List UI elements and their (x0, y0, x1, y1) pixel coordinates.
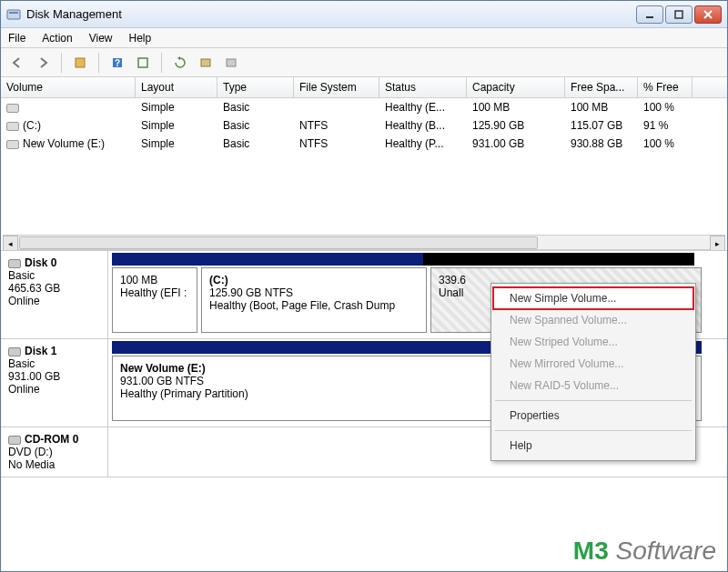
col-pct[interactable]: % Free (638, 77, 693, 97)
svg-rect-6 (76, 58, 85, 67)
volume-row[interactable]: SimpleBasicHealthy (E...100 MB100 MB100 … (1, 98, 727, 116)
separator (98, 53, 99, 73)
toolbar-icon[interactable] (69, 52, 91, 74)
watermark: M3 Software (573, 537, 716, 566)
partition[interactable]: (C:)125.90 GB NTFSHealthy (Boot, Page Fi… (201, 267, 427, 333)
close-button[interactable] (694, 5, 722, 24)
context-menu-item: New RAID-5 Volume... (493, 375, 693, 396)
col-status[interactable]: Status (379, 77, 467, 97)
minimize-button[interactable] (636, 5, 663, 24)
context-menu: New Simple Volume...New Spanned Volume..… (490, 283, 696, 461)
volume-row[interactable]: (C:)SimpleBasicNTFSHealthy (B...125.90 G… (1, 116, 727, 135)
disk-icon (8, 436, 21, 445)
menu-file[interactable]: File (8, 32, 25, 45)
col-volume[interactable]: Volume (1, 77, 136, 97)
watermark-brand: M3 (573, 537, 609, 565)
refresh-icon[interactable] (169, 52, 191, 74)
forward-button[interactable] (32, 52, 54, 74)
volume-row[interactable]: New Volume (E:)SimpleBasicNTFSHealthy (P… (1, 135, 727, 153)
svg-rect-1 (9, 12, 18, 14)
disk-header[interactable]: Disk 0Basic465.63 GBOnline (1, 251, 108, 338)
col-layout[interactable]: Layout (136, 77, 217, 97)
watermark-text: Software (616, 537, 717, 565)
context-menu-item[interactable]: Properties (493, 405, 693, 426)
app-icon (6, 7, 21, 22)
maximize-button[interactable] (665, 5, 693, 24)
context-menu-item[interactable]: New Simple Volume... (493, 287, 693, 309)
col-fs[interactable]: File System (294, 77, 379, 97)
disk-header[interactable]: CD-ROM 0DVD (D:)No Media (1, 427, 108, 477)
window: Disk Management File Action View Help ? … (0, 0, 728, 572)
svg-rect-9 (138, 58, 147, 67)
scroll-left-icon[interactable]: ◂ (3, 236, 18, 251)
content: Volume Layout Type File System Status Ca… (1, 77, 727, 571)
toolbar-icon[interactable] (132, 52, 154, 74)
grid-header: Volume Layout Type File System Status Ca… (1, 77, 727, 98)
toolbar-icon[interactable] (195, 52, 217, 74)
context-menu-item: New Striped Volume... (493, 331, 693, 353)
volume-grid: Volume Layout Type File System Status Ca… (1, 77, 727, 235)
volume-icon (6, 104, 19, 113)
disk-header[interactable]: Disk 1Basic931.00 GBOnline (1, 339, 108, 426)
menu-view[interactable]: View (89, 32, 113, 45)
disk-panel: Disk 0Basic465.63 GBOnline100 MBHealthy … (1, 250, 727, 571)
separator (161, 53, 162, 73)
col-capacity[interactable]: Capacity (467, 77, 565, 97)
svg-rect-0 (7, 10, 20, 19)
context-menu-item[interactable]: Help (493, 435, 693, 457)
window-controls (636, 5, 722, 24)
titlebar: Disk Management (1, 1, 727, 28)
context-menu-item: New Mirrored Volume... (493, 353, 693, 375)
menu-help[interactable]: Help (129, 32, 152, 45)
help-icon[interactable]: ? (106, 52, 128, 74)
back-button[interactable] (6, 52, 28, 74)
disk-icon (8, 347, 21, 356)
menu-action[interactable]: Action (42, 32, 72, 45)
col-type[interactable]: Type (217, 77, 294, 97)
menubar: File Action View Help (1, 28, 727, 48)
svg-text:?: ? (115, 58, 120, 68)
volume-icon (6, 122, 19, 131)
toolbar: ? (1, 48, 727, 77)
svg-rect-11 (227, 59, 236, 66)
svg-rect-10 (201, 59, 210, 66)
toolbar-icon[interactable] (220, 52, 242, 74)
partition[interactable]: 100 MBHealthy (EFI : (112, 267, 197, 333)
separator (61, 53, 62, 73)
scroll-right-icon[interactable]: ▸ (710, 236, 725, 251)
scroll-thumb[interactable] (19, 236, 538, 249)
svg-rect-3 (675, 11, 682, 18)
context-menu-item: New Spanned Volume... (493, 309, 693, 331)
window-title: Disk Management (26, 7, 636, 21)
col-free[interactable]: Free Spa... (565, 77, 638, 97)
volume-icon (6, 140, 19, 149)
horizontal-scrollbar[interactable]: ◂ ▸ (3, 235, 725, 250)
disk-icon (8, 259, 21, 268)
